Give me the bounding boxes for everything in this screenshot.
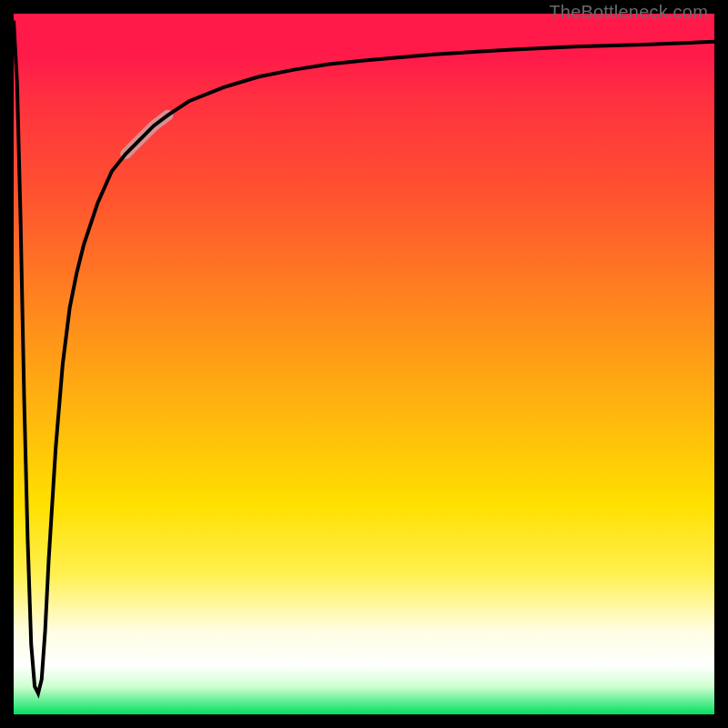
watermark-text: TheBottleneck.com (549, 2, 708, 23)
bottleneck-chart: TheBottleneck.com (0, 0, 728, 728)
chart-frame (0, 0, 728, 728)
